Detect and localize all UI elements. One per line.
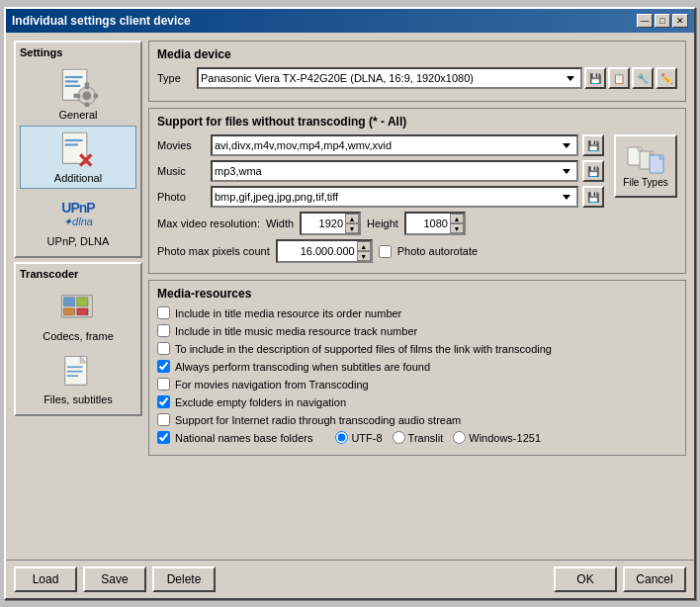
photo-label: Photo [157,191,207,203]
max-video-label: Max video resolution: [157,217,260,229]
files-icon [58,352,98,391]
type-icon1-btn[interactable]: 📋 [608,67,630,89]
media-resources-title: Media-resources [157,287,677,301]
svg-rect-1 [65,76,83,78]
sidebar-item-general[interactable]: General [20,62,136,126]
files-label: Files, subtitles [44,393,113,405]
svg-rect-24 [67,375,78,377]
maximize-button[interactable]: □ [655,14,670,28]
sidebar-item-files[interactable]: Files, subtitles [20,347,136,410]
sidebar-item-additional[interactable]: Additional [20,126,136,189]
settings-group-title: Settings [20,46,136,58]
file-types-button[interactable]: File Types [614,134,677,198]
svg-rect-11 [65,139,83,141]
support-title: Support for files without transcoding (*… [157,115,677,129]
svg-rect-18 [64,308,75,315]
width-input[interactable]: 1920 [302,214,345,233]
cb3-row: To include in the description of support… [157,342,677,355]
svg-rect-9 [94,94,98,98]
cb5-checkbox[interactable] [157,378,170,390]
cancel-button[interactable]: Cancel [623,566,686,592]
utf8-radio[interactable] [335,431,348,444]
minimize-button[interactable]: — [637,14,653,28]
svg-rect-22 [67,366,83,368]
svg-rect-16 [64,298,75,306]
general-icon [58,67,98,107]
sidebar-item-codecs[interactable]: Codecs, frame [20,284,136,347]
ok-button[interactable]: OK [554,566,617,592]
height-spinner: 1080 ▲ ▼ [404,212,466,235]
photo-save-btn[interactable]: 💾 [582,186,604,208]
svg-rect-7 [85,103,89,107]
music-save-btn[interactable]: 💾 [582,160,604,182]
music-dropdown[interactable]: mp3,wma [211,160,578,182]
cb4-checkbox[interactable] [157,360,170,373]
load-button[interactable]: Load [14,566,77,592]
upnp-label: UPnP, DLNA [47,235,110,247]
close-button[interactable]: ✕ [672,14,688,28]
type-icon2-btn[interactable]: 🔧 [632,67,654,89]
cb2-checkbox[interactable] [157,324,170,337]
photo-pixels-label: Photo max pixels count [157,245,270,257]
codecs-label: Codecs, frame [43,330,114,342]
pixels-input[interactable]: 16.000.000 [278,241,357,261]
cb1-label: Include in title media resource its orde… [175,307,401,319]
svg-rect-8 [74,94,81,98]
media-files-area: Movies avi,divx,m4v,mov,mp4,mp4,wmv,xvid… [157,134,677,212]
pixels-down-btn[interactable]: ▼ [357,251,371,261]
transcoder-group-title: Transcoder [20,268,136,280]
delete-button[interactable]: Delete [152,566,216,592]
type-dropdown-wrapper: Panasonic Viera TX-P42G20E (DLNA, 16:9, … [197,67,677,89]
save-button[interactable]: Save [83,566,146,592]
cb6-row: Exclude empty folders in navigation [157,395,677,408]
type-save-btn[interactable]: 💾 [584,67,606,89]
cb8-checkbox[interactable] [157,431,170,444]
type-icon3-btn[interactable]: ✏️ [656,67,677,89]
movies-dropdown[interactable]: avi,divx,m4v,mov,mp4,mp4,wmv,xvid [211,134,578,156]
movies-save-btn[interactable]: 💾 [582,134,604,156]
support-section: Support for files without transcoding (*… [148,108,686,274]
svg-rect-12 [65,143,78,145]
title-bar: Individual settings client device — □ ✕ [6,9,694,33]
type-dropdown[interactable]: Panasonic Viera TX-P42G20E (DLNA, 16:9, … [197,67,582,89]
photo-dropdown[interactable]: bmp,gif,jpeg,jpg,png,tif,tiff [211,186,578,208]
win1251-radio[interactable] [453,431,466,444]
type-label: Type [157,72,189,84]
cb1-checkbox[interactable] [157,306,170,319]
height-input[interactable]: 1080 [406,214,450,233]
cb3-checkbox[interactable] [157,342,170,355]
cb7-checkbox[interactable] [157,413,170,426]
pixels-up-btn[interactable]: ▲ [357,241,371,251]
height-spinner-btns: ▲ ▼ [450,214,464,233]
movies-row: Movies avi,divx,m4v,mov,mp4,mp4,wmv,xvid… [157,134,604,156]
cb4-label: Always perform transcoding when subtitle… [175,361,430,373]
cb8-row: National names base folders UTF-8 Transl… [157,431,677,444]
autorotate-label: Photo autorotate [397,245,478,257]
svg-rect-2 [65,80,78,82]
height-down-btn[interactable]: ▼ [450,223,464,233]
svg-rect-17 [77,298,88,306]
svg-rect-3 [65,85,81,87]
pixels-spinner-btns: ▲ ▼ [357,241,371,261]
translit-radio[interactable] [393,431,405,444]
type-row: Type Panasonic Viera TX-P42G20E (DLNA, 1… [157,67,677,89]
win1251-label: Windows-1251 [469,432,541,444]
height-label: Height [367,217,398,229]
transcoder-group: Transcoder Codecs, frame [14,262,142,416]
width-up-btn[interactable]: ▲ [345,214,359,223]
cb4-row: Always perform transcoding when subtitle… [157,360,677,373]
svg-rect-19 [77,308,88,315]
cb7-label: Support for Internet radio through trans… [175,414,461,426]
dialog-body: Settings [6,33,694,560]
height-up-btn[interactable]: ▲ [450,214,464,223]
cb5-label: For movies navigation from Transcoding [175,379,369,390]
sidebar-item-upnp[interactable]: UPnP ✦dlna UPnP, DLNA [20,189,136,252]
width-down-btn[interactable]: ▼ [345,223,359,233]
svg-point-5 [82,91,91,100]
cb6-checkbox[interactable] [157,395,170,408]
autorotate-checkbox[interactable] [379,245,392,258]
translit-label: Translit [408,432,444,444]
cb1-row: Include in title media resource its orde… [157,306,677,319]
additional-icon [58,130,98,170]
additional-label: Additional [54,172,102,184]
